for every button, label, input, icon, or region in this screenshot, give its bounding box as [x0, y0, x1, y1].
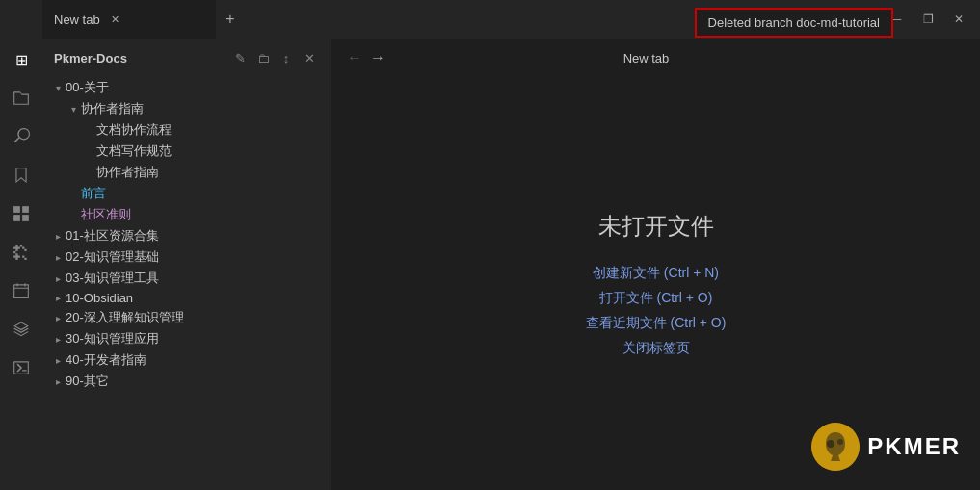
sidebar-actions: ✎ 🗀 ↕ ✕: [230, 48, 319, 67]
new-folder-action[interactable]: 🗀: [253, 48, 273, 67]
content-body: 未打开文件 创建新文件 (Ctrl + N)打开文件 (Ctrl + O)查看近…: [331, 77, 980, 490]
tree-item-workflow[interactable]: 文档协作流程: [42, 119, 331, 141]
activity-search[interactable]: [4, 119, 39, 154]
pkmer-brand-text: PKMER: [867, 433, 961, 460]
tree-item-contrib[interactable]: ▾协作者指南: [42, 98, 331, 119]
tree-item-20[interactable]: ▸20-深入理解知识管理: [42, 307, 331, 328]
tree-label-90: 90-其它: [66, 373, 109, 390]
tree-label-rules: 社区准则: [81, 206, 131, 223]
svg-rect-0: [13, 206, 20, 213]
content-toolbar: ← → New tab: [331, 39, 980, 77]
content-nav: ← →: [347, 49, 385, 66]
main-layout: ⊞ Pkmer-Docs ✎ 🗀: [0, 39, 980, 490]
tree-label-00: 00-关于: [66, 79, 109, 96]
window-close-button[interactable]: ✕: [945, 6, 972, 33]
activity-bar: ⊞: [0, 39, 42, 490]
no-file-heading: 未打开文件: [598, 211, 714, 242]
tree-label-01: 01-社区资源合集: [66, 227, 159, 245]
tree-label-40: 40-开发者指南: [66, 351, 146, 369]
nav-forward-button[interactable]: →: [370, 49, 385, 66]
tree-label-03: 03-知识管理工具: [66, 270, 159, 287]
tree-item-00[interactable]: ▾00-关于: [42, 77, 331, 98]
sidebar-title: Pkmer-Docs: [54, 51, 127, 65]
activity-extensions[interactable]: [4, 235, 39, 270]
tree-label-30: 30-知识管理应用: [66, 330, 159, 348]
tree-label-02: 02-知识管理基础: [66, 248, 159, 266]
svg-rect-2: [13, 215, 20, 221]
tree-item-standard[interactable]: 文档写作规范: [42, 141, 331, 162]
notification-text: Deleted branch doc-md-tutorial: [708, 15, 880, 30]
tree-label-standard: 文档写作规范: [96, 142, 172, 160]
action-links-container: 创建新文件 (Ctrl + N)打开文件 (Ctrl + O)查看近期文件 (C…: [586, 265, 727, 357]
action-close-tab[interactable]: 关闭标签页: [622, 340, 690, 357]
sidebar: Pkmer-Docs ✎ 🗀 ↕ ✕ ▾00-关于▾协作者指南文档协作流程文档写…: [42, 39, 331, 490]
sidebar-tree: ▾00-关于▾协作者指南文档协作流程文档写作规范协作者指南前言社区准则▸01-社…: [42, 77, 331, 490]
tab-close-button[interactable]: ✕: [108, 12, 123, 27]
tree-label-20: 20-深入理解知识管理: [66, 309, 184, 326]
content-page-title: New tab: [623, 51, 670, 65]
action-recent-file[interactable]: 查看近期文件 (Ctrl + O): [586, 315, 727, 332]
activity-layers[interactable]: [4, 312, 39, 347]
tree-item-03[interactable]: ▸03-知识管理工具: [42, 268, 331, 289]
activity-explorer[interactable]: [4, 81, 39, 116]
tree-label-guide: 协作者指南: [96, 164, 159, 181]
svg-rect-3: [22, 215, 29, 221]
action-new-file[interactable]: 创建新文件 (Ctrl + N): [593, 265, 719, 282]
tree-item-02[interactable]: ▸02-知识管理基础: [42, 246, 331, 268]
pkmer-logo: PKMER: [811, 423, 961, 471]
activity-terminal[interactable]: [4, 350, 39, 385]
action-open-file[interactable]: 打开文件 (Ctrl + O): [599, 290, 713, 307]
notification-box: Deleted branch doc-md-tutorial: [695, 8, 893, 38]
tree-item-rules[interactable]: 社区准则: [42, 204, 331, 225]
tree-label-preface: 前言: [81, 185, 106, 202]
nav-back-button[interactable]: ←: [347, 49, 362, 66]
pkmer-circle-icon: [811, 423, 860, 471]
new-file-action[interactable]: ✎: [230, 48, 250, 67]
tree-label-contrib: 协作者指南: [81, 100, 144, 117]
tree-item-guide[interactable]: 协作者指南: [42, 162, 331, 183]
activity-grid[interactable]: [4, 196, 39, 231]
new-tab-button[interactable]: +: [216, 0, 245, 39]
svg-point-6: [837, 439, 843, 445]
tree-label-workflow: 文档协作流程: [96, 121, 172, 139]
close-sidebar-action[interactable]: ✕: [300, 48, 319, 67]
activity-layout[interactable]: ⊞: [4, 42, 39, 77]
svg-rect-1: [22, 206, 29, 213]
tree-item-40[interactable]: ▸40-开发者指南: [42, 349, 331, 371]
tree-item-90[interactable]: ▸90-其它: [42, 371, 331, 392]
sidebar-header: Pkmer-Docs ✎ 🗀 ↕ ✕: [42, 39, 331, 77]
tree-label-10: 10-Obsidian: [66, 291, 133, 305]
content-area: ← → New tab 未打开文件 创建新文件 (Ctrl + N)打开文件 (…: [331, 39, 980, 490]
svg-point-5: [827, 440, 834, 448]
tree-item-preface[interactable]: 前言: [42, 183, 331, 204]
sort-action[interactable]: ↕: [277, 48, 296, 67]
activity-bookmark[interactable]: [4, 158, 39, 193]
restore-button[interactable]: ❐: [914, 6, 941, 33]
tree-item-30[interactable]: ▸30-知识管理应用: [42, 328, 331, 349]
activity-calendar[interactable]: [4, 273, 39, 308]
active-tab[interactable]: New tab ✕: [42, 0, 216, 39]
tree-item-01[interactable]: ▸01-社区资源合集: [42, 225, 331, 246]
tab-label: New tab: [54, 13, 100, 27]
tree-item-10[interactable]: ▸10-Obsidian: [42, 289, 331, 307]
